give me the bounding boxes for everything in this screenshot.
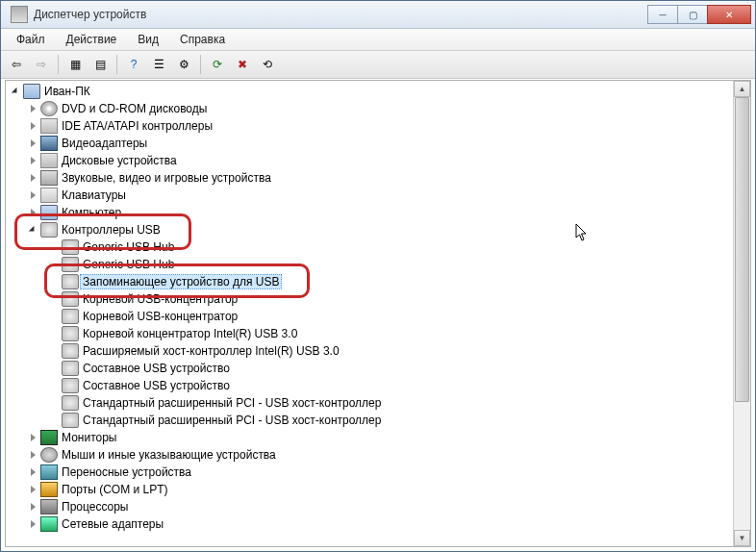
tree-item-usb-generic1[interactable]: Generic USB Hub	[6, 238, 734, 256]
forward-arrow-icon: ⇨	[37, 58, 46, 71]
panel-icon: ▦	[70, 58, 81, 71]
expander-icon[interactable]	[27, 518, 38, 530]
expander-none	[48, 414, 60, 426]
usb-icon	[62, 413, 79, 428]
vertical-scrollbar[interactable]: ▲ ▼	[733, 81, 750, 546]
tree-item-usb-storage[interactable]: Запоминающее устройство для USB	[6, 273, 734, 290]
expander-none	[48, 311, 60, 322]
expander-icon[interactable]	[27, 224, 38, 236]
tree-item-usb-composite1[interactable]: Составное USB устройство	[6, 360, 734, 377]
toolbar-back-button[interactable]: ⇦	[5, 53, 28, 76]
tree-item-usb-pci2[interactable]: Стандартный расширенный PCI - USB хост-к…	[6, 412, 734, 429]
scroll-track[interactable]	[734, 97, 750, 530]
tree-category-mouse[interactable]: Мыши и иные указывающие устройства	[6, 446, 734, 464]
tree-label: Иван-ПК	[44, 85, 90, 98]
expander-none	[48, 345, 60, 357]
device-tree[interactable]: Иван-ПК DVD и CD-ROM дисководы IDE ATA/A…	[6, 81, 734, 546]
tree-label: Звуковые, видео и игровые устройства	[62, 171, 271, 185]
expander-icon[interactable]	[27, 501, 38, 513]
expander-icon[interactable]	[27, 120, 38, 132]
tree-category-keyboard[interactable]: Клавиатуры	[6, 187, 734, 204]
tree-label: Мыши и иные указывающие устройства	[62, 448, 276, 462]
tree-item-usb-ext-host[interactable]: Расширяемый хост-контроллер Intel(R) USB…	[6, 342, 734, 360]
expander-icon[interactable]	[27, 466, 38, 478]
toolbar-uninstall-button[interactable]: ✖	[231, 53, 254, 76]
usb-icon	[62, 291, 79, 307]
expander-icon[interactable]	[27, 189, 38, 201]
tree-item-usb-root-intel[interactable]: Корневой концентратор Intel(R) USB 3.0	[6, 325, 734, 342]
update-driver-icon: ⟳	[213, 58, 222, 71]
window-title: Диспетчер устройств	[34, 8, 648, 21]
tree-category-net[interactable]: Сетевые адаптеры	[6, 515, 734, 533]
toolbar-forward-button[interactable]: ⇨	[30, 53, 53, 76]
toolbar-update-button[interactable]: ⟳	[206, 53, 229, 76]
expander-none	[48, 293, 60, 305]
tree-label: Корневой USB-концентратор	[83, 310, 238, 323]
tree-item-usb-root1[interactable]: Корневой USB-концентратор	[6, 290, 734, 308]
toolbar-help-button[interactable]: ?	[122, 53, 145, 76]
computer-icon	[40, 205, 58, 220]
expander-icon[interactable]	[27, 449, 38, 461]
toolbar-separator	[116, 55, 117, 74]
toolbar-settings-button[interactable]: ⚙	[172, 53, 195, 76]
toolbar-detail-button[interactable]: ▤	[88, 53, 112, 76]
expander-icon[interactable]	[27, 207, 38, 218]
expander-icon[interactable]	[27, 103, 38, 114]
tree-category-monitor[interactable]: Мониторы	[6, 429, 734, 446]
expander-icon[interactable]	[27, 155, 38, 166]
expander-icon[interactable]	[27, 484, 38, 495]
monitor-icon	[40, 430, 58, 445]
tree-category-ports[interactable]: Порты (COM и LPT)	[6, 481, 734, 498]
close-button[interactable]: ✕	[707, 5, 751, 24]
menu-help[interactable]: Справка	[170, 31, 235, 48]
tree-item-usb-pci1[interactable]: Стандартный расширенный PCI - USB хост-к…	[6, 394, 734, 412]
tree-label: Клавиатуры	[62, 188, 126, 202]
video-icon	[40, 136, 58, 151]
tree-label: Видеоадаптеры	[62, 137, 147, 150]
detail-icon: ▤	[95, 58, 106, 71]
expander-icon[interactable]	[10, 86, 21, 97]
tree-label: IDE ATA/ATAPI контроллеры	[62, 119, 213, 133]
tree-category-ide[interactable]: IDE ATA/ATAPI контроллеры	[6, 117, 734, 135]
tree-category-cpu[interactable]: Процессоры	[6, 498, 734, 515]
toolbar-scan-button[interactable]: ⟲	[256, 53, 279, 76]
tree-label: Generic USB Hub	[83, 240, 174, 254]
menu-file[interactable]: Файл	[7, 31, 55, 48]
tree-category-dvd[interactable]: DVD и CD-ROM дисководы	[6, 100, 734, 117]
menu-view[interactable]: Вид	[128, 31, 168, 48]
expander-icon[interactable]	[27, 172, 38, 184]
tree-category-usb[interactable]: Контроллеры USB	[6, 221, 734, 238]
keyboard-icon	[40, 188, 58, 203]
tree-item-usb-root2[interactable]: Корневой USB-концентратор	[6, 308, 734, 325]
menu-action[interactable]: Действие	[57, 31, 127, 48]
network-icon	[40, 516, 58, 532]
tree-category-portable[interactable]: Переносные устройства	[6, 464, 734, 481]
tree-label: Стандартный расширенный PCI - USB хост-к…	[83, 396, 381, 410]
usb-icon	[40, 222, 58, 238]
usb-icon	[62, 274, 79, 289]
scroll-down-button[interactable]: ▼	[734, 530, 750, 546]
minimize-button[interactable]: ─	[647, 5, 678, 24]
toolbar-properties-button[interactable]: ☰	[147, 53, 170, 76]
usb-icon	[62, 309, 79, 324]
tree-category-video[interactable]: Видеоадаптеры	[6, 135, 734, 152]
computer-icon	[23, 84, 40, 99]
maximize-button[interactable]: ▢	[677, 5, 708, 24]
tree-item-usb-composite2[interactable]: Составное USB устройство	[6, 377, 734, 394]
scroll-thumb[interactable]	[735, 97, 749, 402]
expander-icon[interactable]	[27, 432, 38, 443]
back-arrow-icon: ⇦	[12, 58, 21, 71]
help-icon: ?	[131, 58, 138, 71]
titlebar[interactable]: Диспетчер устройств ─ ▢ ✕	[1, 1, 755, 29]
tree-label: Generic USB Hub	[83, 258, 174, 271]
tree-category-disk[interactable]: Дисковые устройства	[6, 152, 734, 169]
expander-icon[interactable]	[27, 138, 38, 149]
tree-root[interactable]: Иван-ПК	[6, 83, 734, 100]
tree-category-audio[interactable]: Звуковые, видео и игровые устройства	[6, 169, 734, 187]
tree-item-usb-generic2[interactable]: Generic USB Hub	[6, 256, 734, 273]
tree-label: Сетевые адаптеры	[62, 517, 164, 531]
uninstall-icon: ✖	[238, 58, 247, 71]
tree-category-computer[interactable]: Компьютер	[6, 204, 734, 221]
scroll-up-button[interactable]: ▲	[734, 81, 750, 97]
toolbar-show-hide-button[interactable]: ▦	[63, 53, 87, 76]
